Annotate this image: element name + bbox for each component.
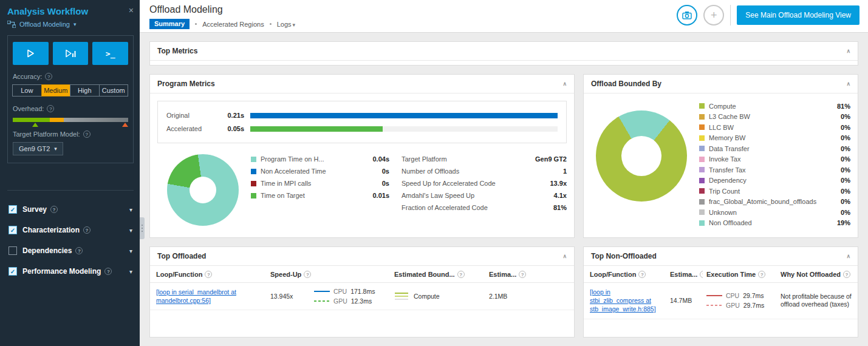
help-icon[interactable]: ? <box>50 206 58 213</box>
see-main-view-button[interactable]: See Main Offload Modeling View <box>737 5 859 25</box>
help-icon[interactable]: ? <box>304 271 311 278</box>
why-not-offloaded-value: Not profitable because of offload overhe… <box>781 293 852 309</box>
collection-controls: >_ Accuracy: ? Low Medium High Custom Ov… <box>7 35 134 163</box>
play-icon <box>26 49 35 58</box>
accuracy-selector: Low Medium High Custom <box>13 84 128 97</box>
legend-item: L3 Cache BW0% <box>699 112 850 123</box>
add-result-button[interactable]: + <box>703 5 724 25</box>
help-icon[interactable]: ? <box>75 247 83 254</box>
run-perspective-button[interactable] <box>13 42 49 65</box>
execution-time-sparkline: CPU29.7ms GPU29.7ms <box>706 292 777 309</box>
sidebar-title: Analysis Workflow <box>7 6 88 16</box>
dependencies-checkbox[interactable] <box>9 246 17 255</box>
accuracy-option-low[interactable]: Low <box>12 84 42 97</box>
overhead-slider[interactable] <box>13 118 128 122</box>
main-area: Offload Modeling Summary Accelerated Reg… <box>140 0 868 346</box>
step-performance-modeling[interactable]: ✓ Performance Modeling ? ▾ <box>7 261 134 282</box>
help-icon[interactable]: ? <box>758 271 765 278</box>
chevron-down-icon: ▾ <box>54 146 57 152</box>
panel-title: Top Non-Offloaded <box>591 252 657 260</box>
camera-icon <box>682 11 692 19</box>
collapse-icon[interactable]: ∧ <box>562 253 567 259</box>
help-icon[interactable]: ? <box>700 271 703 278</box>
accuracy-option-high[interactable]: High <box>70 84 100 97</box>
speedup-value: 13.945x <box>270 293 310 300</box>
accuracy-label: Accuracy: <box>13 73 42 80</box>
overhead-label: Overhead: <box>13 105 44 112</box>
tab-summary[interactable]: Summary <box>149 19 190 29</box>
help-icon[interactable]: ? <box>457 271 465 278</box>
help-icon[interactable]: ? <box>843 271 850 278</box>
chevron-down-icon[interactable]: ▾ <box>129 227 132 234</box>
estimated-data-transfer-value: 14.7MB <box>670 297 703 304</box>
column-header-estimated-data-transfer: Estima...? <box>489 271 568 278</box>
cpu-line-swatch <box>706 295 722 296</box>
plus-icon: + <box>711 9 717 22</box>
perspective-selector[interactable]: Offload Modeling ▾ <box>7 21 134 28</box>
panel-title: Top Offloaded <box>157 252 206 260</box>
help-icon[interactable]: ? <box>47 105 54 112</box>
estimated-data-transfer-value: 2.1MB <box>489 293 568 300</box>
step-survey[interactable]: ✓ Survey ? ▾ <box>7 199 134 220</box>
panel-splitter[interactable] <box>140 217 145 239</box>
gpu-line-swatch <box>706 305 722 306</box>
bar-label: Accelerated <box>166 125 210 132</box>
accuracy-option-custom[interactable]: Custom <box>99 84 129 97</box>
tab-separator <box>270 23 272 25</box>
top-non-offloaded-panel: Top Non-Offloaded ∧ Loop/Function? Estim… <box>583 246 858 338</box>
help-icon[interactable]: ? <box>519 271 526 278</box>
collapse-icon[interactable]: ∧ <box>846 48 850 54</box>
loop-function-link[interactable]: [loop in serial_mandelbrot at mandelbrot… <box>156 288 267 305</box>
column-header-execution-time: Execution Time? <box>706 271 777 278</box>
tab-accelerated-regions[interactable]: Accelerated Regions <box>202 21 264 28</box>
collapse-icon[interactable]: ∧ <box>846 253 850 259</box>
offload-bounded-donut-chart <box>596 110 687 202</box>
detail-item: Number of Offloads 1 <box>402 165 567 177</box>
snapshot-button[interactable] <box>677 5 697 25</box>
help-icon[interactable]: ? <box>638 271 646 278</box>
performance-modeling-checkbox[interactable]: ✓ <box>9 267 17 276</box>
collapse-icon[interactable]: ∧ <box>562 81 567 87</box>
characterization-checkbox[interactable]: ✓ <box>9 226 17 234</box>
help-icon[interactable]: ? <box>45 73 52 80</box>
step-characterization[interactable]: ✓ Characterization ? ▾ <box>7 220 134 240</box>
accelerated-time-bar <box>250 126 383 132</box>
bar-value: 0.21s <box>216 112 244 119</box>
help-icon[interactable]: ? <box>83 226 91 234</box>
program-metrics-details: Target Platform Gen9 GT2 Number of Offlo… <box>402 153 567 214</box>
close-icon[interactable]: × <box>129 6 134 15</box>
target-platform-dropdown[interactable]: Gen9 GT2 ▾ <box>13 142 63 155</box>
tab-logs[interactable]: Logs▾ <box>277 21 295 28</box>
collapse-icon[interactable]: ∧ <box>846 81 850 87</box>
overhead-marker-high[interactable] <box>122 123 128 127</box>
cpu-line-swatch <box>314 291 330 292</box>
chevron-down-icon[interactable]: ▾ <box>129 206 132 213</box>
legend-item: Transfer Tax0% <box>699 165 850 175</box>
help-icon[interactable]: ? <box>83 131 91 138</box>
loop-function-link[interactable]: [loop in stbi_zlib_compress at stb_image… <box>590 288 666 314</box>
step-label: Performance Modeling <box>22 267 101 276</box>
column-header-loop-function: Loop/Function? <box>156 271 267 278</box>
analysis-workflow-sidebar: Analysis Workflow × Offload Modeling ▾ <box>0 0 140 346</box>
legend-item: Non Offloaded19% <box>699 218 850 229</box>
accuracy-option-medium[interactable]: Medium <box>41 84 71 97</box>
help-icon[interactable]: ? <box>104 268 112 275</box>
top-offloaded-panel: Top Offloaded ∧ Loop/Function? Speed-Up?… <box>149 246 575 338</box>
result-header: Offload Modeling Summary Accelerated Reg… <box>140 0 868 33</box>
legend-item: LLC BW0% <box>699 122 850 133</box>
step-dependencies[interactable]: Dependencies ? ▾ <box>7 240 134 261</box>
legend-item: Invoke Tax0% <box>699 154 850 165</box>
legend-item: Data Transfer0% <box>699 143 850 154</box>
detail-item: Speed Up for Accelerated Code 13.9x <box>402 177 567 189</box>
command-line-button[interactable]: >_ <box>92 42 128 65</box>
legend-item: Program Time on H... 0.04s <box>251 153 389 165</box>
program-metrics-panel: Program Metrics ∧ Original 0.21s Acceler… <box>149 74 575 238</box>
chevron-down-icon[interactable]: ▾ <box>129 248 132 254</box>
collect-analyses-button[interactable] <box>53 42 89 65</box>
offload-modeling-icon <box>7 21 16 28</box>
survey-checkbox[interactable]: ✓ <box>9 205 17 214</box>
overhead-marker-low[interactable] <box>32 123 38 127</box>
help-icon[interactable]: ? <box>205 271 212 278</box>
column-header-estimated-bounded-by: Estimated Bound...? <box>394 271 485 278</box>
chevron-down-icon[interactable]: ▾ <box>129 268 132 275</box>
